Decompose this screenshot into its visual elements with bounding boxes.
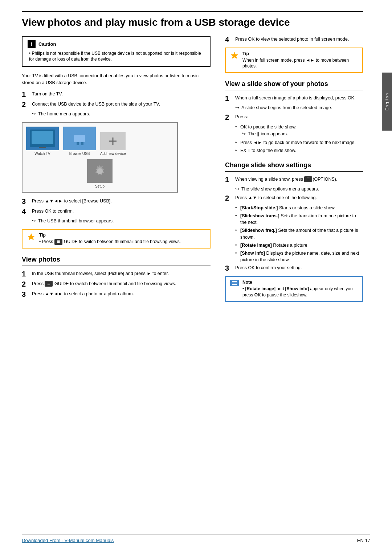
cs-step-1-text: When viewing a slide show, press ☰(OPTIO…: [235, 176, 337, 183]
tip-icon-right: [230, 51, 239, 60]
step-2: 2 Connect the USB device to the USB port…: [22, 101, 211, 108]
ss-sub-arrow-pause: ↪ The ‖ icon appears.: [242, 131, 363, 138]
caution-header: ! Caution: [28, 40, 205, 48]
setup-icon: [87, 159, 113, 183]
watch-tv-icon: [26, 127, 59, 150]
footer-link[interactable]: Downloaded From TV-Manual.com Manuals: [22, 538, 114, 543]
note-content: Note • [Rotate image] and [Show info] ap…: [242, 280, 358, 298]
view-photos-heading: View photos: [22, 256, 211, 266]
ss-step-2-num: 2: [225, 114, 232, 121]
gear-svg: [93, 164, 107, 178]
page-title: View photos and play music from a USB st…: [22, 11, 363, 29]
step-4-num: 4: [22, 208, 29, 215]
footer: Downloaded From TV-Manual.com Manuals EN…: [22, 534, 370, 543]
tip-icon-left: [27, 233, 36, 241]
note-label: Note: [242, 280, 358, 285]
change-step-3: 3 Press OK to confirm your setting.: [225, 264, 363, 272]
tip-star-svg-right: [230, 51, 239, 60]
add-new-icon: [100, 132, 126, 150]
view-photos-step-2: 2 Press ☰ GUIDE to switch between thumbn…: [22, 280, 211, 288]
slideshow-step-1: 1 When a full screen image of a photo is…: [225, 95, 363, 102]
cs-step-3-text: Press OK to confirm your setting.: [235, 264, 302, 271]
cs-bullets-2: [Start/Stop slide.] Starts or stops a sl…: [235, 205, 363, 263]
step-4: 4 Press OK to confirm.: [22, 208, 211, 215]
change-step-1: 1 When viewing a slide show, press ☰(OPT…: [225, 176, 363, 183]
step-2-num: 2: [22, 101, 29, 108]
caution-text: • Philips is not responsible if the USB …: [28, 50, 205, 63]
cs-step-3-num: 3: [225, 264, 232, 272]
menu-item-setup: Setup: [26, 159, 173, 188]
watch-tv-label: Watch TV: [34, 152, 50, 156]
vp-step-1-text: In the USB thumbnail browser, select [Pi…: [32, 270, 169, 277]
note-lines: [232, 281, 237, 285]
ss-arrow-1: ↪ A slide show begins from the selected …: [235, 105, 363, 111]
setup-label: Setup: [95, 184, 105, 188]
usb-svg: [69, 131, 90, 146]
left-column: ! Caution • Philips is not responsible i…: [22, 36, 211, 306]
add-icon-svg: [107, 136, 118, 147]
cs-bullet-freq: [Slideshow freq.] Sets the amount of tim…: [235, 227, 363, 240]
options-icon: ☰: [304, 176, 312, 182]
tv-svg: [30, 130, 55, 148]
menu-screenshot: Watch TV: [22, 122, 178, 193]
main-content: View photos and play music from a USB st…: [0, 0, 392, 554]
cs-bullet-rotate: [Rotate image] Rotates a picture.: [235, 242, 363, 249]
caution-box: ! Caution • Philips is not responsible i…: [22, 36, 211, 67]
step-1-num: 1: [22, 91, 29, 98]
svg-rect-1: [32, 131, 53, 144]
side-tab-label: English: [385, 93, 389, 111]
tip-text-right: When in full screen mode, press ◄► to mo…: [242, 57, 358, 70]
vp-step-3-num: 3: [22, 291, 29, 298]
step-3-num: 3: [22, 198, 29, 205]
two-column-layout: ! Caution • Philips is not responsible i…: [22, 36, 363, 306]
page: English View photos and play music from …: [0, 0, 392, 554]
guide-icon-left: ☰: [54, 239, 62, 245]
step-1: 1 Turn on the TV.: [22, 91, 211, 98]
right-column: 4 Press OK to view the selected photo in…: [225, 36, 363, 306]
cs-bullet-list: [Start/Stop slide.] Starts or stops a sl…: [235, 205, 363, 263]
ss-bullet-exit: EXIT to stop the slide show.: [235, 147, 363, 154]
right-step-4-text: Press OK to view the selected photo in f…: [235, 36, 349, 43]
tip-content-right: Tip When in full screen mode, press ◄► t…: [242, 51, 358, 70]
svg-rect-6: [77, 142, 79, 145]
vp-step-1-num: 1: [22, 270, 29, 278]
cs-step-1-num: 1: [225, 176, 232, 183]
view-photos-step-1: 1 In the USB thumbnail browser, select […: [22, 270, 211, 278]
tip-label-right: Tip: [242, 51, 358, 56]
side-tab: English: [382, 73, 392, 131]
tip-box-right: Tip When in full screen mode, press ◄► t…: [225, 48, 363, 73]
note-box: Note • [Rotate image] and [Show info] ap…: [225, 276, 363, 302]
arrow-home-menu: ↪ The home menu appears.: [32, 111, 211, 118]
slideshow-heading: View a slide show of your photos: [225, 80, 363, 90]
ss-bullet-list: OK to pause the slide show. ↪ The ‖ icon…: [235, 124, 363, 154]
menu-item-watch-tv: Watch TV: [26, 127, 59, 156]
cs-step-2-text: Press ▲▼ to select one of the following.: [235, 194, 317, 201]
ss-step-1-text: When a full screen image of a photo is d…: [235, 95, 355, 102]
ss-step-2-text: Press:: [235, 114, 248, 120]
svg-marker-11: [28, 233, 35, 240]
change-settings-heading: Change slide show settings: [225, 161, 363, 172]
ss-bullet-forward: Press ◄► to go back or move forward to t…: [235, 139, 363, 146]
intro-text: Your TV is fitted with a USB connector t…: [22, 73, 211, 86]
menu-item-add-new: Add new device: [100, 132, 126, 156]
caution-label: Caution: [38, 41, 56, 47]
note-text: • [Rotate image] and [Show info] appear …: [242, 286, 358, 298]
step-4-text: Press OK to confirm.: [32, 208, 74, 215]
svg-rect-2: [39, 147, 46, 148]
tip-content-left: Tip • Press ☰ GUIDE to switch between th…: [39, 233, 205, 245]
svg-marker-12: [231, 52, 238, 59]
right-step-4: 4 Press OK to view the selected photo in…: [225, 36, 363, 43]
menu-item-browse-usb: Browse USB: [63, 127, 96, 156]
add-new-label: Add new device: [100, 152, 126, 156]
menu-items-row: Watch TV: [26, 127, 173, 156]
ss-bullets-2: OK to pause the slide show. ↪ The ‖ icon…: [235, 124, 363, 154]
slideshow-step-2: 2 Press:: [225, 114, 363, 121]
ss-bullet-ok: OK to pause the slide show. ↪ The ‖ icon…: [235, 124, 363, 138]
arrow-usb-browser: ↪ The USB thumbnail browser appears.: [32, 218, 211, 225]
cs-arrow-1: ↪ The slide show options menu appears.: [235, 186, 363, 193]
cs-bullet-showinfo: [Show info] Displays the picture name, d…: [235, 250, 363, 263]
caution-icon: !: [28, 40, 36, 48]
note-line-2: [232, 283, 237, 283]
browse-usb-label: Browse USB: [69, 152, 90, 156]
step-1-text: Turn on the TV.: [32, 91, 63, 98]
